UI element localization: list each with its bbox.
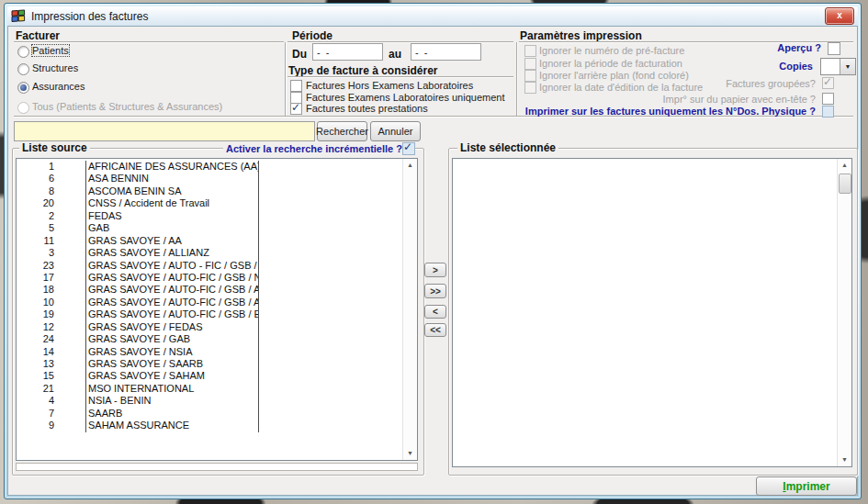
checkbox-icon[interactable] — [290, 103, 302, 115]
list-item[interactable]: 8ASCOMA BENIN SA — [17, 185, 403, 197]
dialog-client-area: Facturer Période Paramètres impression P… — [7, 26, 858, 496]
imprimer-button[interactable]: Imprimer — [756, 476, 857, 496]
list-item-name: MSO INTERNATIONAL — [85, 383, 259, 395]
list-item[interactable]: 5GAB — [17, 222, 403, 234]
radio-icon[interactable] — [17, 82, 29, 94]
list-item[interactable]: 13GRAS SAVOYE / SAARB — [17, 358, 403, 370]
list-item[interactable]: 6ASA BENNIN — [17, 173, 403, 185]
list-item-id: 12 — [17, 321, 54, 333]
list-item[interactable]: 17GRAS SAVOYE / AUTO-FIC / GSB / NES — [17, 272, 403, 284]
list-item-id: 5 — [17, 222, 54, 234]
list-item-id: 9 — [17, 420, 54, 431]
list-item[interactable]: 7SAARB — [17, 408, 403, 420]
ndos-checkbox[interactable] — [822, 106, 834, 118]
radio-icon[interactable] — [17, 46, 29, 58]
list-item-id: 3 — [17, 247, 54, 259]
list-item-id: 21 — [17, 383, 54, 395]
radio-icon[interactable] — [17, 63, 29, 75]
list-item-gap — [54, 235, 85, 247]
apercu-checkbox[interactable] — [828, 42, 840, 55]
list-item[interactable]: 24GRAS SAVOYE / GAB — [17, 333, 403, 345]
list-item-name: NSIA - BENIN — [85, 395, 259, 407]
checkbox-label: Ignorer l'arrière plan (fond coloré) — [539, 70, 689, 81]
dialog-window: Impression des factures x Facturer Pério… — [4, 3, 862, 499]
scroll-down-icon[interactable]: ▼ — [403, 447, 417, 460]
titlebar[interactable]: Impression des factures x — [7, 6, 858, 26]
close-button[interactable]: x — [825, 7, 854, 25]
list-item[interactable]: 3GRAS SAVOYE / ALLIANZ — [17, 247, 403, 259]
list-item-name: CNSS / Accident de Travail — [85, 197, 259, 209]
search-input[interactable] — [14, 121, 315, 141]
list-item-name: GRAS SAVOYE / AA — [85, 235, 259, 247]
list-item[interactable]: 1AFRICAINE DES ASSURANCES (AA) — [17, 161, 403, 173]
list-item[interactable]: 4NSIA - BENIN — [17, 395, 403, 407]
copies-combobox[interactable]: ▼ — [820, 58, 856, 75]
list-item-id: 7 — [17, 408, 54, 420]
list-item-gap — [54, 408, 85, 420]
scroll-up-icon[interactable]: ▲ — [838, 159, 851, 172]
checkbox-label: Ignorer la date d'édition de la facture — [539, 82, 703, 93]
list-item[interactable]: 9SAHAM ASSURANCE — [17, 420, 403, 431]
source-list[interactable]: 1AFRICAINE DES ASSURANCES (AA)6ASA BENNI… — [16, 158, 418, 461]
source-list-scrollbar[interactable]: ▲ ▼ — [402, 159, 417, 460]
list-item-name: GRAS SAVOYE / AUTO-FIC / GSB / ERI — [85, 308, 259, 320]
list-item-name: GRAS SAVOYE / NSIA — [85, 346, 259, 358]
list-item-gap — [54, 161, 85, 173]
list-item-id: 19 — [17, 308, 54, 320]
list-item[interactable]: 11GRAS SAVOYE / AA — [17, 235, 403, 247]
add-all-label: >> — [430, 286, 441, 297]
list-item[interactable]: 12GRAS SAVOYE / FEDAS — [17, 321, 403, 333]
list-item[interactable]: 21MSO INTERNATIONAL — [17, 383, 403, 395]
scroll-down-icon[interactable]: ▼ — [838, 454, 851, 466]
divider — [516, 42, 518, 116]
list-item[interactable]: 23GRAS SAVOYE / AUTO - FIC / GSB / EC — [17, 260, 403, 272]
groupees-checkbox — [822, 77, 834, 89]
list-item-name: AFRICAINE DES ASSURANCES (AA) — [85, 161, 259, 173]
rechercher-button[interactable]: Rechercher — [317, 121, 367, 141]
radio-label: Assurances — [32, 81, 85, 92]
chevron-down-icon[interactable]: ▼ — [840, 59, 855, 74]
scroll-thumb[interactable] — [839, 174, 851, 194]
list-item[interactable]: 18GRAS SAVOYE / AUTO-FIC / GSB / AHS — [17, 284, 403, 296]
list-item-name: GRAS SAVOYE / FEDAS — [85, 321, 259, 333]
checkbox-icon[interactable] — [290, 80, 302, 92]
list-item[interactable]: 19GRAS SAVOYE / AUTO-FIC / GSB / ERI — [17, 308, 403, 320]
checkbox-label: Factures Hors Examens Laboratoires — [306, 80, 473, 91]
list-item-id: 18 — [17, 284, 54, 296]
remove-all-button[interactable]: << — [424, 323, 446, 337]
annuler-button[interactable]: Annuler — [370, 121, 421, 141]
list-item[interactable]: 15GRAS SAVOYE / SAHAM — [17, 370, 403, 382]
selected-list[interactable]: ▲ ▼ — [452, 158, 852, 467]
list-item-name: GAB — [85, 222, 259, 234]
list-item-gap — [54, 210, 85, 222]
list-item-gap — [54, 297, 85, 308]
list-item-id: 4 — [17, 395, 54, 407]
date-du-input[interactable] — [312, 43, 383, 61]
list-item-id: 1 — [17, 161, 54, 173]
list-item-name: SAHAM ASSURANCE — [85, 420, 259, 431]
list-item-gap — [54, 185, 85, 197]
periode-header: Période — [292, 29, 333, 42]
list-item-name: GRAS SAVOYE / GAB — [85, 333, 259, 345]
list-item[interactable]: 20CNSS / Accident de Travail — [17, 197, 403, 209]
list-item-name: GRAS SAVOYE / AUTO-FIC / GSB / AUT — [85, 297, 259, 308]
incremental-search-label: Activer la recherche incrémentielle ? — [223, 143, 405, 154]
source-list-hscrollbar[interactable] — [16, 463, 418, 471]
add-selected-button[interactable]: > — [424, 263, 446, 277]
remove-selected-button[interactable]: < — [424, 305, 446, 319]
ndos-label: Imprimer sur les factures uniquement les… — [525, 106, 816, 117]
add-all-button[interactable]: >> — [424, 284, 446, 298]
list-item[interactable]: 2FEDAS — [17, 210, 403, 222]
entete-checkbox[interactable] — [822, 93, 834, 105]
list-item-gap — [54, 333, 85, 345]
scroll-up-icon[interactable]: ▲ — [403, 159, 417, 172]
date-au-input[interactable] — [411, 43, 481, 61]
list-item[interactable]: 10GRAS SAVOYE / AUTO-FIC / GSB / AUT — [17, 297, 403, 308]
selected-list-scrollbar[interactable]: ▲ ▼ — [837, 159, 851, 466]
list-item-name: GRAS SAVOYE / SAHAM — [85, 370, 259, 382]
radio-label: Tous (Patients & Structures & Assurances… — [32, 101, 222, 112]
checkbox-icon — [524, 45, 536, 57]
list-item[interactable]: 14GRAS SAVOYE / NSIA — [17, 346, 403, 358]
list-item-gap — [54, 197, 85, 209]
incremental-search-checkbox[interactable] — [402, 142, 415, 155]
